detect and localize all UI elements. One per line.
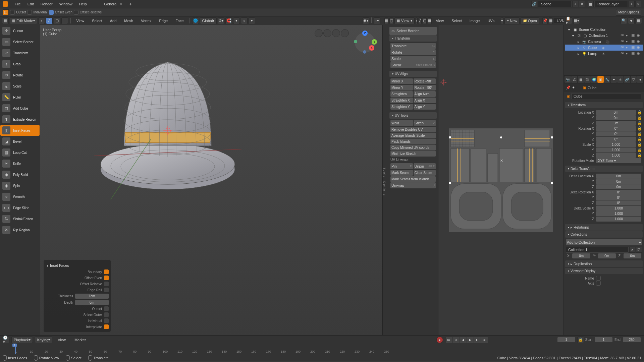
uv-view-dropdown[interactable]: ▦ View▾ [394, 17, 415, 24]
tool-inset-faces[interactable]: ◫Inset Faces [0, 125, 40, 136]
prop-rot-y-field[interactable]: 0° [596, 195, 641, 200]
timeline-view-menu[interactable]: View [54, 336, 69, 344]
tool-add-cube[interactable]: ◻Add Cube [0, 103, 40, 114]
uv-minimize-stretch-button[interactable]: Minimize Stretch [390, 151, 436, 157]
object-tab-icon[interactable]: ▣ [597, 76, 604, 83]
add-workspace-button[interactable]: + [127, 0, 134, 8]
prop-scale-x-field[interactable]: 1.000 [596, 206, 641, 211]
tool-shrink/fatten[interactable]: ⇅Shrink/Fatten [0, 214, 40, 224]
prop-rot-z-field[interactable]: 0° [596, 200, 641, 205]
lock-icon[interactable]: 🔓 [637, 142, 642, 147]
snap-icon[interactable]: 🧲 [225, 17, 232, 24]
edge-menu[interactable]: Edge [156, 16, 171, 25]
autokey-icon[interactable]: ● [436, 337, 443, 343]
overlays-icon[interactable]: ◉▾ [363, 17, 369, 24]
proportional-type-icon[interactable]: ▾ [249, 17, 255, 24]
uv-editor-icon[interactable]: ▦ [384, 17, 388, 24]
tool-bevel[interactable]: ◢Bevel [0, 136, 40, 147]
renderlayer-field[interactable]: RenderLayer [594, 1, 628, 7]
uv-shear-button[interactable]: ShearShift Ctrl Alt S [390, 62, 436, 68]
lock-icon[interactable]: 🔓 [637, 132, 642, 136]
vd-axis-checkbox[interactable] [596, 281, 601, 286]
redo-edge-rail-checkbox[interactable] [104, 288, 109, 292]
uv-island-icon[interactable]: ▦ [428, 17, 432, 24]
mode-dropdown[interactable]: ▦ Edit Mode ▾ [10, 17, 37, 24]
tool-scale[interactable]: ◱Scale [0, 81, 40, 92]
renderlayer-delete-button[interactable]: × [635, 1, 641, 7]
collection-toggle-icon[interactable]: ☑ [636, 247, 642, 253]
jump-start-icon[interactable]: ⏮ [446, 337, 452, 343]
tool-knife[interactable]: ✂Knife [0, 158, 40, 169]
menu-edit[interactable]: Edit [24, 0, 37, 8]
outliner-type-icon[interactable]: 📋▾ [566, 17, 572, 24]
tool-select-border[interactable]: ▭Select Border [0, 37, 40, 47]
start-frame-field[interactable]: 1 [595, 337, 612, 342]
prop-rot-x-field[interactable]: 0° [596, 126, 636, 131]
uv-mode-icon[interactable]: ▢ [389, 17, 393, 24]
pan-icon[interactable] [323, 29, 331, 37]
weld-button[interactable]: Weld [390, 120, 413, 126]
orientation-gizmo[interactable]: Z Y X [352, 29, 378, 56]
filter-icon[interactable]: ▼ [628, 17, 635, 24]
uvalign-header[interactable]: UV Align [389, 71, 437, 77]
search-icon[interactable]: 🔍 [621, 17, 627, 24]
render-tab-icon[interactable]: 📷 [565, 76, 571, 83]
current-frame-field[interactable]: 1 [557, 337, 575, 342]
pin-button[interactable]: PinP [390, 163, 413, 169]
col-z-value[interactable]: 0m [624, 253, 641, 258]
output-tab-icon[interactable]: 🖨 [571, 76, 578, 83]
vertex-menu[interactable]: Vertex [138, 16, 155, 25]
mark-seams-islands-button[interactable]: Mark Seams from Islands [390, 176, 436, 182]
uvtools-header[interactable]: UV Tools [389, 112, 437, 119]
end-frame-field[interactable]: 250 [623, 337, 641, 342]
new-collection-icon[interactable]: ▦ [635, 17, 642, 24]
keying-menu[interactable]: Keying ▾ [35, 337, 53, 343]
outliner-scene[interactable]: ▾▣Scene Collection [565, 26, 643, 33]
collection-name-field[interactable]: Collection 1 [566, 247, 629, 253]
menu-render[interactable]: Render [37, 0, 56, 8]
uv-translate-button[interactable]: TranslateG [390, 43, 436, 49]
outliner-item-cube[interactable]: ▸▽Cube◉👁▸▦◉ [565, 45, 643, 51]
data-tab-icon[interactable]: ▽ [631, 76, 637, 83]
redo-outset-checkbox[interactable] [104, 306, 109, 311]
uv-pack-islands-button[interactable]: Pack Islands [390, 139, 436, 144]
new-image-button[interactable]: + New [504, 17, 520, 24]
uvmap-icon[interactable]: ▦ [549, 17, 553, 24]
tab-general[interactable]: General × [100, 0, 126, 8]
tool-extrude-region[interactable]: ⬆Extrude Region [0, 114, 40, 125]
uv-mirror-y-button[interactable]: Mirror Y [390, 85, 413, 90]
redo-offset-relative-checkbox[interactable] [104, 282, 109, 286]
uv-image-menu[interactable]: Image [466, 16, 483, 25]
uv-select-menu[interactable]: Select [448, 16, 465, 25]
uv-straighten-y-button[interactable]: Straighten Y [390, 104, 413, 110]
lock-icon[interactable]: 🔓 [637, 121, 642, 126]
prop-scale-z-field[interactable]: 1.000 [596, 153, 636, 158]
mesh-menu[interactable]: Mesh [121, 16, 137, 25]
snap-type-icon[interactable]: ▾ [233, 17, 240, 24]
lock-icon[interactable]: 🔓 [637, 153, 642, 158]
tool-spin[interactable]: ◉Spin [0, 180, 40, 191]
editor-type-icon[interactable]: ▦ [2, 17, 9, 24]
frame-lock-icon[interactable]: 🔒 [577, 337, 584, 343]
scene-delete-button[interactable]: × [579, 1, 585, 7]
redo-interpolate-checkbox[interactable] [104, 324, 109, 329]
particle-tab-icon[interactable]: ✦ [611, 76, 617, 83]
redo-individual-checkbox[interactable] [104, 318, 109, 323]
image-link-icon[interactable]: ▾ [501, 17, 503, 24]
face-select-icon[interactable]: ▢ [54, 17, 60, 24]
relations-header[interactable]: ▸ Relations [565, 224, 643, 231]
constraint-tab-icon[interactable]: 🔗 [624, 76, 630, 83]
uv-select-border-button[interactable]: ▭ Select Border [389, 27, 437, 35]
delta-section-header[interactable]: Delta Transform [565, 166, 643, 172]
timeline-track[interactable]: 1 11020304050607080901001101201301401501… [0, 344, 644, 354]
uv-rotate-button[interactable]: RotateR [390, 49, 436, 55]
uv-mirror-x-button[interactable]: Mirror X [390, 78, 413, 84]
prop-scale-y-field[interactable]: 1.000 [596, 211, 641, 216]
uv-copy-mirrored-uv-coords-button[interactable]: Copy Mirrored UV coords [390, 145, 436, 150]
redo-boundary-checkbox[interactable] [104, 269, 109, 274]
tool-transform[interactable]: ↗Transform [0, 48, 40, 58]
add-to-collection-button[interactable]: Add to Collection+ [566, 239, 642, 245]
tool-ruler[interactable]: 📏Ruler [0, 92, 40, 103]
timeline-marker-menu[interactable]: Marker [71, 336, 89, 344]
prop-loc-x-field[interactable]: 0m [596, 174, 641, 179]
